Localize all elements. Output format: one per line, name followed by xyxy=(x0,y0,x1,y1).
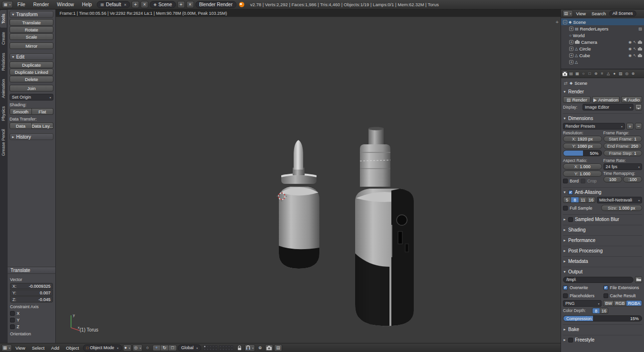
aa-samples-11-button[interactable]: 11 xyxy=(579,197,587,203)
preset-remove-button[interactable]: − xyxy=(635,123,642,130)
scale-button[interactable]: Scale xyxy=(10,33,53,40)
shading-header[interactable]: ►Shading xyxy=(563,226,642,233)
add-layout-button[interactable]: + xyxy=(132,1,139,8)
menu-window[interactable]: Window xyxy=(54,1,78,8)
tab-scene[interactable]: ▦ xyxy=(574,70,580,77)
menu-render[interactable]: Render xyxy=(30,1,52,8)
performance-header[interactable]: ►Performance xyxy=(563,237,642,244)
lock-icon[interactable] xyxy=(235,344,244,352)
menu-view[interactable]: View xyxy=(13,344,28,352)
aa-samples-16-button[interactable]: 16 xyxy=(587,197,595,203)
outliner-item-renderlayers[interactable]: + ▤ RenderLayers ▨ xyxy=(561,25,644,32)
tab-physics[interactable]: Physics xyxy=(0,102,7,125)
menu-object[interactable]: Object xyxy=(63,344,82,352)
pivot-align-icon[interactable]: ○ xyxy=(143,344,152,352)
manipulator-scale-icon[interactable]: □ xyxy=(169,345,177,351)
aa-section-header[interactable]: ▼ ✔ Anti-Aliasing xyxy=(563,189,642,196)
menu-help[interactable]: Help xyxy=(79,1,95,8)
tab-tools[interactable]: Tools xyxy=(0,10,7,28)
metadata-header[interactable]: ►Metadata xyxy=(563,258,642,265)
editor-type-icon[interactable]: ▦▾ xyxy=(2,1,13,8)
output-path-field[interactable]: /tmp\ xyxy=(563,277,634,283)
data-layout-button[interactable]: Data Lay... xyxy=(32,122,54,129)
aa-samples-8-button[interactable]: 8 xyxy=(571,197,579,203)
tab-render-layers[interactable]: ▤ xyxy=(568,70,574,77)
render-button[interactable]: ▨Render xyxy=(563,96,591,103)
viewport-3d[interactable]: Frame:1 | Time:00:05.56 | Ve:2292 Re:262… xyxy=(56,10,561,343)
render-animation-icon[interactable]: ▤ xyxy=(274,344,282,352)
expand-icon[interactable]: + xyxy=(569,53,573,58)
scene-selector[interactable]: ◆ Scene xyxy=(150,1,176,8)
outliner-display-dropdown[interactable]: All Scenes xyxy=(609,10,636,17)
monitor-icon[interactable] xyxy=(635,104,642,111)
start-frame-field[interactable]: Start Frame:1 xyxy=(603,136,643,142)
tab-constraints[interactable]: ⊕ xyxy=(593,70,599,77)
remap-old-field[interactable]: 100 xyxy=(603,176,623,182)
dimensions-section-header[interactable]: ▼Dimensions xyxy=(563,115,642,122)
menu-select[interactable]: Select xyxy=(29,344,47,352)
folder-icon[interactable] xyxy=(635,276,642,283)
menu-add[interactable]: Add xyxy=(48,344,62,352)
tab-object[interactable]: □ xyxy=(587,70,593,77)
translate-button[interactable]: Translate xyxy=(10,19,53,26)
mirror-button[interactable]: Mirror xyxy=(10,42,53,49)
outliner-item-world[interactable]: ○ World xyxy=(561,32,644,39)
rgba-button[interactable]: RGBA xyxy=(626,300,642,306)
depth-8-button[interactable]: 8 xyxy=(592,308,600,314)
tab-grease-pencil[interactable]: Grease Pencil xyxy=(0,125,7,160)
transform-panel-header[interactable]: ▼Transform xyxy=(10,11,53,18)
resolution-x-field[interactable]: X:1920 px xyxy=(563,136,602,142)
viewport-shading-icon[interactable]: ●▾ xyxy=(123,344,132,352)
join-button[interactable]: Join xyxy=(10,85,53,91)
preset-add-button[interactable]: + xyxy=(626,123,634,130)
audio-button[interactable]: Audio xyxy=(621,96,642,103)
tab-particles[interactable]: ◎ xyxy=(624,70,630,77)
cursor-select-icon[interactable]: ↖ xyxy=(633,40,636,44)
depth-16-button[interactable]: 16 xyxy=(600,308,608,314)
cursor-select-icon[interactable]: ↖ xyxy=(633,47,636,51)
resolution-percentage-slider[interactable]: 50% xyxy=(563,150,602,156)
menu-view[interactable]: View xyxy=(574,10,588,17)
eye-icon[interactable]: ◉ xyxy=(628,53,632,58)
rotate-button[interactable]: Rotate xyxy=(10,26,53,33)
flat-button[interactable]: Flat xyxy=(32,108,54,115)
eye-icon[interactable]: ◉ xyxy=(628,40,632,44)
delete-button[interactable]: Delete xyxy=(10,76,53,82)
image-icon[interactable]: ▨ xyxy=(638,27,642,31)
freestyle-header[interactable]: ►Freestyle xyxy=(563,336,642,343)
collapse-icon[interactable]: − xyxy=(563,20,567,24)
resolution-y-field[interactable]: Y:1080 px xyxy=(563,143,602,149)
outliner-item-scene[interactable]: − ◆ Scene xyxy=(561,19,644,25)
vector-x-field[interactable]: X:-0.0009325 xyxy=(10,283,53,289)
outliner-item-cube[interactable]: + △ Cube ◉ ↖ xyxy=(561,52,644,59)
tab-relations[interactable]: Relations xyxy=(0,49,7,75)
duplicate-button[interactable]: Duplicate xyxy=(10,61,53,68)
aa-size-field[interactable]: Size:1.000 px xyxy=(601,205,643,211)
manipulator-rotate-icon[interactable]: ↻ xyxy=(161,345,169,351)
border-checkbox[interactable] xyxy=(563,179,568,183)
layout-selector[interactable]: ▦ Default × xyxy=(97,1,131,8)
data-button[interactable]: Data xyxy=(10,122,32,129)
history-panel-header[interactable]: ►History xyxy=(10,133,53,140)
cache-result-checkbox[interactable] xyxy=(603,293,608,298)
close-icon[interactable]: × xyxy=(124,2,126,7)
outliner-item-camera[interactable]: + Camera ◉ ↖ xyxy=(561,39,644,45)
tab-data[interactable]: △ xyxy=(605,70,611,77)
menu-file[interactable]: File xyxy=(14,1,29,8)
add-scene-button[interactable]: + xyxy=(177,1,185,8)
delete-scene-button[interactable]: × xyxy=(186,1,194,8)
editor-type-icon[interactable]: ▦▾ xyxy=(1,344,12,352)
constraint-y-checkbox[interactable] xyxy=(10,318,15,322)
tab-animation[interactable]: Animation xyxy=(0,75,7,102)
orientation-dropdown[interactable]: Global▾ xyxy=(178,344,201,352)
overwrite-checkbox[interactable]: ✔ xyxy=(563,285,568,290)
compression-slider[interactable]: Compression: 15% xyxy=(563,315,642,322)
file-extensions-checkbox[interactable]: ✔ xyxy=(603,285,608,290)
remap-new-field[interactable]: :100 xyxy=(623,176,642,182)
duplicate-linked-button[interactable]: Duplicate Linked xyxy=(10,69,53,75)
editor-type-icon[interactable]: ▤▾ xyxy=(562,10,573,17)
set-origin-dropdown[interactable]: Set Origin▾ xyxy=(10,94,53,101)
expand-icon[interactable]: + xyxy=(569,60,573,64)
snap-target-icon[interactable]: ⊕ xyxy=(256,344,264,352)
rgb-button[interactable]: RGB xyxy=(614,300,627,306)
